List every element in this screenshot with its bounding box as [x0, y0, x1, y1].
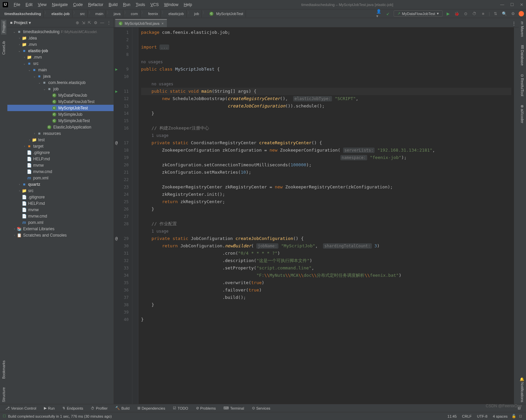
- breadcrumb-com[interactable]: com: [129, 10, 141, 17]
- line-gutter[interactable]: 1238▶910▶111213141516@171819202122232425…: [114, 27, 132, 404]
- fold-gutter[interactable]: [132, 27, 138, 404]
- tree-node--gitignore[interactable]: 📄.gitignore: [7, 149, 114, 156]
- tree-node-job[interactable]: ⌄■job: [7, 86, 114, 92]
- database-tool-tab[interactable]: 🗄 Database: [520, 44, 525, 67]
- breadcrumb-MyScriptJobTest[interactable]: CMyScriptJobTest: [207, 10, 246, 17]
- project-panel-title[interactable]: ■ Project ▾: [10, 20, 31, 25]
- project-tool-tab[interactable]: Project: [1, 20, 6, 34]
- bottom-tab-run[interactable]: ▶ Run: [41, 405, 58, 411]
- tree-node-src[interactable]: ›📁src: [7, 187, 114, 194]
- editor-scrollbar[interactable]: [514, 27, 519, 404]
- breadcrumb-feenix[interactable]: feenix: [146, 10, 160, 17]
- close-tab-icon[interactable]: ×: [161, 21, 163, 25]
- debug-button[interactable]: 🐞: [454, 11, 460, 17]
- bottom-tab-build[interactable]: 🔨 Build: [112, 405, 133, 411]
- user-icon[interactable]: 👤▾: [376, 11, 382, 17]
- menu-tools[interactable]: Tools: [133, 1, 147, 8]
- code-editor[interactable]: package com.feenix.elasticjob.job; impor…: [138, 27, 514, 404]
- minimize-icon[interactable]: —: [500, 2, 504, 7]
- restful-tool-tab[interactable]: ⊙ RestfulTool: [520, 72, 525, 98]
- project-tree[interactable]: ⌄■timedtaskschedulingF:\MyNuts\MCA\code\…: [7, 27, 114, 404]
- run-button[interactable]: ▶: [445, 11, 451, 17]
- tree-node-src[interactable]: ⌄■src: [7, 60, 114, 67]
- bottom-tab-problems[interactable]: ⊘ Problems: [193, 405, 219, 411]
- menu-window[interactable]: Window: [162, 1, 181, 8]
- tree-node-MySimpleJob[interactable]: CMySimpleJob: [7, 111, 114, 117]
- collapse-all-icon[interactable]: ⇱: [88, 20, 91, 25]
- menu-help[interactable]: Help: [181, 1, 194, 8]
- line-separator[interactable]: CRLF: [462, 414, 472, 418]
- caselib-tool-tab[interactable]: CaseLib: [1, 39, 6, 56]
- select-opened-icon[interactable]: ⊕: [76, 20, 79, 25]
- tree-node--mvn[interactable]: ›📁.mvn: [7, 41, 114, 48]
- tree-node-External Libraries[interactable]: ›📚External Libraries: [7, 226, 114, 232]
- bottom-tab-dependencies[interactable]: ⊞ Dependencies: [134, 405, 169, 411]
- bottom-tab-services[interactable]: ⊙ Services: [249, 405, 274, 411]
- tree-node-target[interactable]: ›■target: [7, 143, 114, 149]
- tree-node-pom-xml[interactable]: mpom.xml: [7, 219, 114, 226]
- tree-node-resources[interactable]: ›■resources: [7, 130, 114, 137]
- tab-options-icon[interactable]: ⋮: [509, 20, 519, 27]
- tree-node--mvn[interactable]: ›📁.mvn: [7, 54, 114, 60]
- more-icon[interactable]: ⋮: [107, 20, 111, 25]
- tree-node--idea[interactable]: ›📁.idea: [7, 35, 114, 41]
- tree-node-elastic-job[interactable]: ⌄■elastic-job: [7, 48, 114, 54]
- menu-file[interactable]: File: [11, 1, 22, 8]
- breadcrumb-java[interactable]: java: [111, 10, 123, 17]
- tree-node-com-feenix-elasticjob[interactable]: ⌄■com.feenix.elasticjob: [7, 79, 114, 86]
- menu-vcs[interactable]: VCS: [148, 1, 161, 8]
- tree-node-mvnw-cmd[interactable]: 📄mvnw.cmd: [7, 213, 114, 219]
- tree-node-java[interactable]: ⌄■java: [7, 73, 114, 79]
- settings-icon[interactable]: ⚙: [510, 11, 516, 17]
- tree-node-mvnw[interactable]: 📄mvnw: [7, 206, 114, 213]
- readonly-lock-icon[interactable]: 🔓: [512, 414, 516, 418]
- structure-tool-tab[interactable]: Structure: [1, 386, 6, 404]
- breadcrumb-timedtaskscheduling[interactable]: timedtaskscheduling: [2, 10, 44, 17]
- search-icon[interactable]: 🔍: [501, 11, 507, 17]
- tree-node-mvnw[interactable]: 📄mvnw: [7, 162, 114, 168]
- breadcrumb-src[interactable]: src: [78, 10, 88, 17]
- menu-refactor[interactable]: Refactor: [86, 1, 106, 8]
- run-config-selector[interactable]: ↗ MyDataFlowJobTest ▾: [394, 10, 443, 17]
- status-indicator-icon[interactable]: ☐: [3, 414, 6, 418]
- settings-gear-icon[interactable]: ⚙: [94, 20, 97, 25]
- git-update-icon[interactable]: ⇅: [492, 11, 499, 17]
- maximize-icon[interactable]: ☐: [510, 2, 514, 7]
- breadcrumb-elastic-job[interactable]: elastic-job: [49, 10, 72, 17]
- tree-node-MySimpleJobTest[interactable]: CMySimpleJobTest: [7, 117, 114, 124]
- tree-node-main[interactable]: ⌄■main: [7, 67, 114, 73]
- bottom-tab-profiler[interactable]: ⏱ Profiler: [87, 406, 111, 411]
- editor-tab[interactable]: C MyScriptJobTest.java ×: [115, 19, 167, 27]
- tree-node-mvnw-cmd[interactable]: 📄mvnw.cmd: [7, 168, 114, 175]
- breadcrumb-elasticjob[interactable]: elasticjob: [166, 10, 187, 17]
- breadcrumb-job[interactable]: job: [192, 10, 202, 17]
- menu-code[interactable]: Code: [71, 1, 85, 8]
- coverage-button[interactable]: ⊙: [463, 11, 469, 17]
- tree-node--gitignore[interactable]: 📄.gitignore: [7, 194, 114, 200]
- expand-all-icon[interactable]: ⇲: [82, 20, 85, 25]
- maven-tool-tab[interactable]: m Maven: [520, 20, 525, 38]
- tree-node-Scratches and Consoles[interactable]: ›📋Scratches and Consoles: [7, 232, 114, 238]
- profile-button[interactable]: ⏱: [471, 11, 477, 17]
- tree-node-quartz[interactable]: ›■quartz: [7, 181, 114, 187]
- inspection-icon[interactable]: ⊡: [519, 414, 522, 418]
- tree-node-MyScriptJobTest[interactable]: CMyScriptJobTest: [7, 105, 114, 111]
- hide-panel-icon[interactable]: —: [100, 20, 104, 25]
- stop-button[interactable]: ■: [480, 11, 486, 17]
- cursor-position[interactable]: 11:45: [448, 414, 457, 418]
- tree-node-MyDataFlowJobTest[interactable]: CMyDataFlowJobTest: [7, 98, 114, 105]
- user-avatar-icon[interactable]: [519, 11, 524, 16]
- breadcrumb-main[interactable]: main: [93, 10, 106, 17]
- tree-node-HELP-md[interactable]: 📄HELP.md: [7, 200, 114, 206]
- aixcoder-tool-tab[interactable]: ⊗ aiXcoder: [520, 103, 525, 125]
- menu-run[interactable]: Run: [121, 1, 133, 8]
- bottom-tab-version-control[interactable]: ⎇ Version Control: [2, 405, 40, 411]
- bottom-tab-endpoints[interactable]: ↯ Endpoints: [59, 405, 86, 411]
- tree-node-pom-xml[interactable]: mpom.xml: [7, 175, 114, 181]
- bookmarks-tool-tab[interactable]: Bookmarks: [1, 359, 6, 381]
- file-encoding[interactable]: UTF-8: [477, 414, 487, 418]
- menu-navigate[interactable]: Navigate: [50, 1, 70, 8]
- bottom-tab-terminal[interactable]: ⌨ Terminal: [220, 405, 248, 411]
- menu-view[interactable]: View: [36, 1, 49, 8]
- tree-node-test[interactable]: ›📁test: [7, 137, 114, 143]
